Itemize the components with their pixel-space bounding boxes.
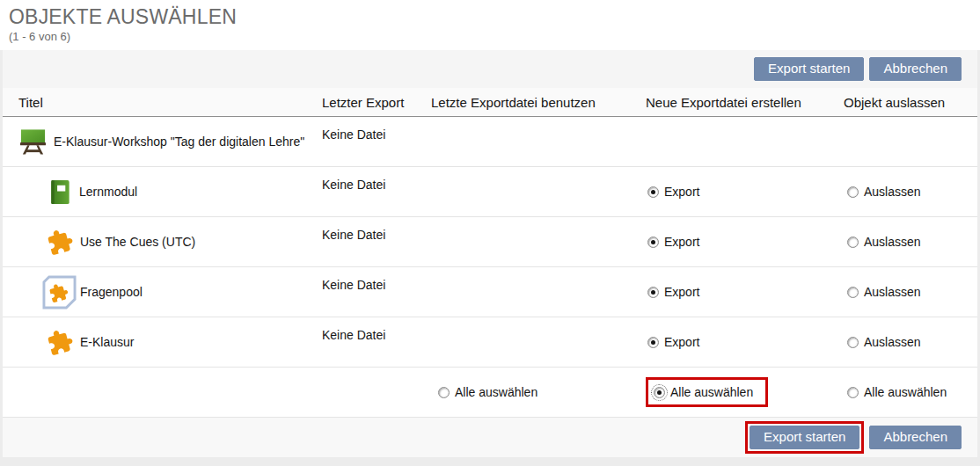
radio-label-export: Export — [664, 335, 699, 349]
course-icon — [18, 127, 48, 156]
last-export-value: Keine Datei — [322, 167, 431, 216]
table-row: E-Klausur Keine Datei Export Auslassen — [3, 317, 977, 368]
radio-select-all-use-existing[interactable] — [438, 387, 450, 398]
table-row: E-Klausur-Workshop "Tag der digitalen Le… — [3, 117, 977, 167]
pagination-info: (1 - 6 von 6) — [9, 30, 971, 43]
column-header-objekt-auslassen: Objekt auslassen — [844, 95, 977, 110]
radio-label-auslassen: Auslassen — [864, 235, 921, 249]
select-all-label: Alle auswählen — [455, 385, 538, 399]
table-header-row: Titel Letzter Export Letzte Exportdatei … — [3, 88, 977, 117]
radio-label-export: Export — [664, 185, 699, 199]
last-export-value: Keine Datei — [322, 117, 431, 166]
select-all-label: Alle auswählen — [864, 385, 947, 399]
object-title: E-Klausur — [80, 334, 134, 350]
highlight-box-select-all: Alle auswählen — [646, 377, 768, 407]
question-pool-icon — [42, 275, 77, 309]
radio-label-auslassen: Auslassen — [864, 285, 921, 299]
column-header-titel: Titel — [3, 95, 322, 110]
radio-omit-object[interactable] — [847, 186, 859, 198]
radio-select-all-create-new[interactable] — [654, 387, 665, 398]
radio-select-all-omit[interactable] — [847, 387, 859, 398]
export-start-button-bottom[interactable]: Export starten — [750, 426, 859, 449]
column-header-letzte-exportdatei: Letzte Exportdatei benutzen — [431, 95, 646, 110]
select-all-row: Alle auswählen Alle auswählen Alle auswä… — [3, 368, 977, 418]
object-title: Lernmodul — [79, 184, 137, 200]
radio-create-new-export[interactable] — [647, 186, 659, 198]
learning-module-icon — [47, 178, 73, 206]
radio-label-auslassen: Auslassen — [864, 335, 921, 349]
radio-create-new-export[interactable] — [647, 337, 659, 348]
radio-create-new-export[interactable] — [647, 237, 659, 248]
object-title: Use The Cues (UTC) — [80, 234, 195, 250]
radio-label-export: Export — [664, 285, 699, 299]
puzzle-icon — [47, 329, 74, 355]
puzzle-icon — [47, 229, 74, 255]
table-row: Lernmodul Keine Datei Export Auslassen — [3, 167, 977, 217]
object-title: Fragenpool — [80, 284, 143, 300]
table-row: Use The Cues (UTC) Keine Datei Export Au… — [3, 217, 977, 267]
cancel-button-top[interactable]: Abbrechen — [869, 57, 962, 81]
export-table-panel: Export starten Abbrechen Titel Letzter E… — [3, 50, 977, 457]
bottom-toolbar: Export starten Abbrechen — [3, 418, 977, 457]
radio-create-new-export[interactable] — [647, 287, 659, 298]
page-title: OBJEKTE AUSWÄHLEN — [9, 5, 971, 29]
last-export-value: Keine Datei — [322, 267, 431, 317]
radio-label-export: Export — [664, 235, 699, 249]
column-header-neue-exportdatei: Neue Exportdatei erstellen — [646, 95, 844, 110]
radio-omit-object[interactable] — [847, 337, 859, 348]
radio-label-auslassen: Auslassen — [864, 185, 921, 199]
top-toolbar: Export starten Abbrechen — [3, 50, 977, 88]
radio-omit-object[interactable] — [847, 287, 859, 298]
cancel-button-bottom[interactable]: Abbrechen — [869, 426, 962, 449]
table-row: Fragenpool Keine Datei Export Auslassen — [3, 267, 977, 317]
export-start-button-top[interactable]: Export starten — [754, 57, 864, 81]
last-export-value: Keine Datei — [322, 317, 431, 367]
highlight-box-export-button: Export starten — [745, 421, 864, 454]
select-all-label: Alle auswählen — [670, 385, 753, 399]
last-export-value: Keine Datei — [322, 217, 431, 266]
object-title: E-Klausur-Workshop "Tag der digitalen Le… — [54, 134, 304, 149]
column-header-letzter-export: Letzter Export — [322, 95, 431, 110]
page-header: OBJEKTE AUSWÄHLEN (1 - 6 von 6) — [0, 0, 980, 50]
radio-omit-object[interactable] — [847, 237, 859, 248]
